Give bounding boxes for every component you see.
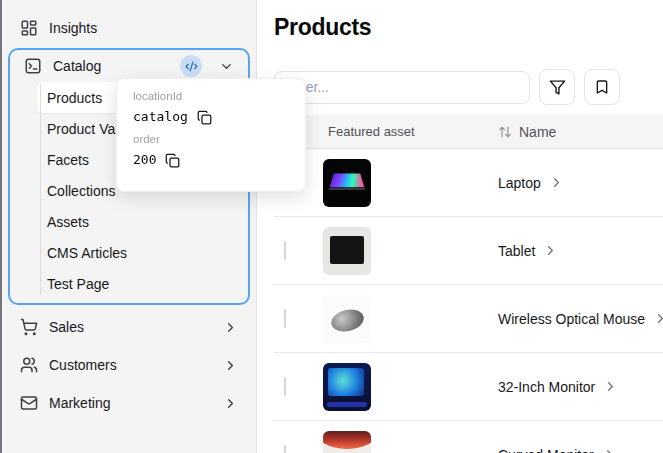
sub-item-label: Collections xyxy=(47,183,115,199)
sidebar: Insights Catalog Products Product Varian… xyxy=(0,0,257,453)
chevron-right-icon xyxy=(602,447,617,453)
sidebar-item-insights[interactable]: Insights xyxy=(10,12,248,44)
sub-item-label: Test Page xyxy=(47,276,109,292)
sub-item-label: CMS Articles xyxy=(47,245,127,261)
copy-icon xyxy=(165,153,180,168)
sidebar-item-label: Marketing xyxy=(49,395,110,411)
product-name-link[interactable]: Tablet xyxy=(494,243,663,259)
copy-button[interactable] xyxy=(197,110,212,125)
funnel-icon xyxy=(549,79,566,96)
sidebar-item-label: Insights xyxy=(49,20,97,36)
product-name: Curved Monitor xyxy=(498,447,594,453)
product-name-link[interactable]: Laptop xyxy=(494,175,663,191)
sidebar-item-sales[interactable]: Sales xyxy=(10,309,248,345)
filter-input[interactable] xyxy=(274,71,530,104)
sidebar-item-customers[interactable]: Customers xyxy=(10,347,248,383)
product-thumbnail xyxy=(323,295,371,343)
chevron-down-icon xyxy=(219,59,234,74)
product-name: Tablet xyxy=(498,243,535,259)
product-thumbnail xyxy=(323,159,371,207)
chevron-right-icon xyxy=(549,175,564,190)
sidebar-bottom-nav: Sales Customers Marketing xyxy=(2,309,256,421)
dashboard-grid-icon xyxy=(20,19,38,37)
tooltip-field-label: locationId xyxy=(133,88,289,105)
table-row[interactable]: Curved Monitor xyxy=(274,421,663,453)
bookmark-icon xyxy=(594,79,610,95)
table-row[interactable]: Tablet xyxy=(274,217,663,285)
chevron-right-icon xyxy=(223,320,238,335)
table-header-row: Featured asset Name xyxy=(274,115,663,149)
sidebar-item-catalog[interactable]: Catalog xyxy=(14,52,244,80)
chevron-right-icon xyxy=(603,379,618,394)
sidebar-item-marketing[interactable]: Marketing xyxy=(10,385,248,421)
product-name: 32-Inch Monitor xyxy=(498,379,595,395)
terminal-square-icon xyxy=(24,57,42,75)
sidebar-item-label: Sales xyxy=(49,319,84,335)
shopping-cart-icon xyxy=(20,318,38,336)
users-icon xyxy=(20,356,38,374)
product-thumbnail xyxy=(323,431,371,453)
dev-mode-tooltip: locationId catalog order 200 xyxy=(116,78,306,192)
products-table: Featured asset Name Laptop Tablet xyxy=(274,115,663,453)
table-row[interactable]: Laptop xyxy=(274,149,663,217)
sidebar-item-assets[interactable]: Assets xyxy=(37,206,238,237)
chevron-right-icon xyxy=(223,396,238,411)
copy-button[interactable] xyxy=(165,153,180,168)
row-checkbox[interactable] xyxy=(284,445,286,453)
row-checkbox[interactable] xyxy=(284,309,286,328)
sidebar-item-label: Catalog xyxy=(53,58,101,74)
sidebar-item-label: Customers xyxy=(49,357,117,373)
product-thumbnail xyxy=(323,363,371,411)
bookmark-button[interactable] xyxy=(584,69,620,105)
sub-item-label: Assets xyxy=(47,214,89,230)
chevron-right-icon xyxy=(543,243,558,258)
product-name-link[interactable]: Wireless Optical Mouse xyxy=(494,311,663,327)
header-name-label: Name xyxy=(519,124,556,140)
toolbar xyxy=(274,69,663,105)
tooltip-field-value: catalog xyxy=(133,105,188,129)
product-name-link[interactable]: Curved Monitor xyxy=(494,447,663,453)
page-title: Products xyxy=(274,14,663,41)
sidebar-item-test-page[interactable]: Test Page xyxy=(37,268,238,299)
header-name-sort[interactable]: Name xyxy=(494,124,663,140)
table-row[interactable]: Wireless Optical Mouse xyxy=(274,285,663,353)
header-featured-asset: Featured asset xyxy=(312,124,494,139)
product-thumbnail xyxy=(323,227,371,275)
tooltip-field-label: order xyxy=(133,131,289,148)
sidebar-item-cms-articles[interactable]: CMS Articles xyxy=(37,237,238,268)
product-name: Laptop xyxy=(498,175,541,191)
sub-item-label: Facets xyxy=(47,152,89,168)
mail-icon xyxy=(20,394,38,412)
sort-arrows-icon xyxy=(498,125,512,139)
copy-icon xyxy=(197,110,212,125)
sub-item-label: Products xyxy=(47,90,102,106)
row-checkbox[interactable] xyxy=(284,377,286,396)
table-row[interactable]: 32-Inch Monitor xyxy=(274,353,663,421)
chevron-right-icon xyxy=(653,311,663,326)
tooltip-field-value: 200 xyxy=(133,148,156,172)
row-checkbox[interactable] xyxy=(284,241,286,260)
app-window: Insights Catalog Products Product Varian… xyxy=(0,0,663,453)
code-icon xyxy=(185,60,198,73)
main-content: Products Featured asset Name xyxy=(258,0,663,453)
chevron-right-icon xyxy=(223,358,238,373)
product-name: Wireless Optical Mouse xyxy=(498,311,645,327)
filter-button[interactable] xyxy=(539,69,575,105)
dev-mode-badge[interactable] xyxy=(180,55,202,77)
product-name-link[interactable]: 32-Inch Monitor xyxy=(494,379,663,395)
